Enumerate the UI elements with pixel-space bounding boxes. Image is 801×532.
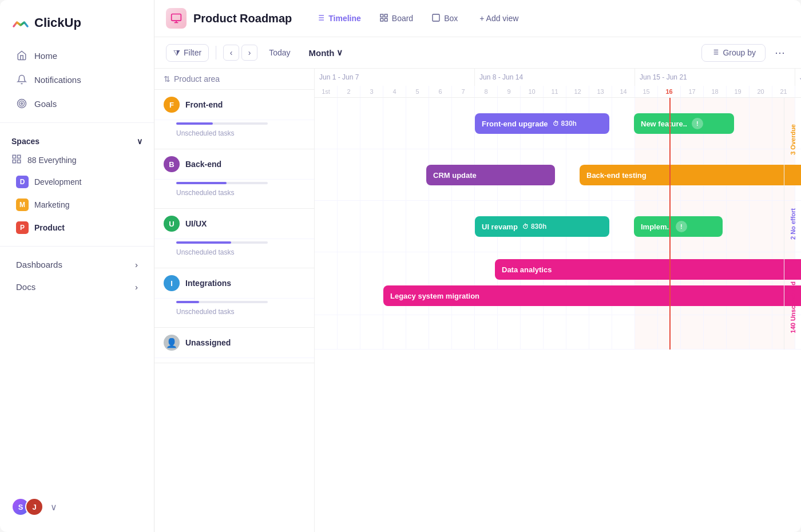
timeline-row-backend: CRM update Back-end testing bbox=[315, 149, 801, 201]
filterbar: ⧩ Filter ‹ › Today Month ∨ Group by ⋯ bbox=[154, 37, 801, 69]
product-label: Product bbox=[34, 223, 65, 232]
bar-label: Legacy system migration bbox=[390, 292, 479, 300]
filter-button[interactable]: ⧩ Filter bbox=[166, 44, 209, 62]
svg-point-1 bbox=[19, 101, 25, 106]
unscheduled-side-label: 140 Unscheduled bbox=[787, 275, 799, 340]
tab-box[interactable]: Box bbox=[423, 10, 466, 27]
bar-backend-testing[interactable]: Back-end testing bbox=[580, 165, 801, 185]
group-row-uiux[interactable]: U UI/UX bbox=[154, 209, 314, 239]
month-dropdown-icon: ∨ bbox=[336, 47, 343, 58]
home-icon bbox=[16, 50, 27, 61]
sidebar-item-marketing[interactable]: M Marketing bbox=[5, 194, 149, 216]
project-title: Product Roadmap bbox=[193, 12, 292, 25]
bar-new-feature[interactable]: New feature.. ! bbox=[634, 113, 734, 134]
bar-frontend-upgrade[interactable]: Front-end upgrade ⏱830h bbox=[475, 113, 609, 134]
clickup-logo-icon bbox=[11, 14, 30, 32]
day-2: 2 bbox=[338, 86, 360, 97]
sidebar-item-notifications[interactable]: Notifications bbox=[5, 68, 149, 91]
day-19: 19 bbox=[727, 86, 750, 97]
svg-rect-7 bbox=[172, 14, 181, 21]
unscheduled-label-integrations: Unscheduled tasks bbox=[176, 308, 314, 316]
group-row-backend[interactable]: B Back-end bbox=[154, 149, 314, 180]
bell-icon bbox=[16, 74, 27, 85]
bar-ui-revamp[interactable]: UI revamp ⏱830h bbox=[475, 216, 609, 237]
svg-rect-16 bbox=[380, 14, 383, 17]
avatar-stack: S J bbox=[11, 498, 43, 516]
day-4: 4 bbox=[383, 86, 406, 97]
day-13: 13 bbox=[589, 86, 612, 97]
column-header: ⇅ Product area bbox=[154, 69, 314, 90]
bar-hours: ⏱830h bbox=[553, 120, 577, 128]
bar-hours: ⏱830h bbox=[522, 223, 546, 231]
group-row-integrations[interactable]: I Integrations bbox=[154, 268, 314, 299]
today-button[interactable]: Today bbox=[262, 45, 297, 61]
day-12: 12 bbox=[566, 86, 589, 97]
svg-rect-20 bbox=[433, 14, 439, 21]
svg-rect-19 bbox=[384, 18, 387, 21]
timeline-header: Jun 1 - Jun 7 Jun 8 - Jun 14 Jun 15 - Ju… bbox=[315, 69, 801, 98]
group-name-unassigned: Unassigned bbox=[185, 338, 231, 347]
project-icon bbox=[166, 8, 187, 29]
sidebar-item-dashboards[interactable]: Dashboards › bbox=[5, 254, 149, 275]
unscheduled-label-uiux: Unscheduled tasks bbox=[176, 248, 314, 256]
group-name-frontend: Front-end bbox=[185, 100, 223, 109]
tab-board[interactable]: Board bbox=[371, 10, 421, 27]
day-21: 21 bbox=[772, 86, 795, 97]
unscheduled-label-backend: Unscheduled tasks bbox=[176, 189, 314, 197]
timeline-tab-label: Timeline bbox=[328, 14, 361, 23]
bar-implement[interactable]: Implem.. ! bbox=[634, 216, 723, 237]
progress-integrations bbox=[176, 301, 314, 303]
bar-alert-icon: ! bbox=[676, 221, 687, 232]
sidebar-divider-2 bbox=[0, 246, 154, 247]
avatar-unassigned: 👤 bbox=[164, 335, 180, 351]
sort-icon: ⇅ bbox=[164, 74, 170, 84]
column-header-label: Product area bbox=[174, 74, 220, 84]
overdue-label: 3 Overdue bbox=[787, 117, 799, 162]
bar-data-analytics[interactable]: Data analytics bbox=[495, 259, 801, 280]
home-label: Home bbox=[34, 51, 57, 61]
logo-text: ClickUp bbox=[34, 15, 81, 30]
group-integrations: I Integrations Unscheduled tasks bbox=[154, 268, 314, 328]
avatar-frontend: F bbox=[164, 97, 180, 113]
spaces-collapse-icon[interactable]: ∨ bbox=[137, 137, 142, 146]
add-view-button[interactable]: + Add view bbox=[473, 10, 525, 26]
docs-expand-icon: › bbox=[135, 282, 138, 292]
box-tab-icon bbox=[431, 13, 441, 24]
day-labels: 1st 2 3 4 5 6 7 8 9 10 11 12 13 14 15 bbox=[315, 86, 801, 97]
day-14: 14 bbox=[612, 86, 635, 97]
group-row-unassigned[interactable]: 👤 Unassigned bbox=[154, 328, 314, 358]
sidebar-divider-1 bbox=[0, 122, 154, 123]
no-effort-label: 2 No effort bbox=[787, 201, 799, 247]
week-labels: Jun 1 - Jun 7 Jun 8 - Jun 14 Jun 15 - Ju… bbox=[315, 69, 801, 86]
sidebar-item-home[interactable]: Home bbox=[5, 44, 149, 67]
day-9: 9 bbox=[498, 86, 521, 97]
progress-uiux bbox=[176, 241, 314, 244]
sidebar-item-docs[interactable]: Docs › bbox=[5, 276, 149, 297]
sidebar-item-goals[interactable]: Goals bbox=[5, 92, 149, 115]
tab-timeline[interactable]: Timeline bbox=[308, 10, 369, 27]
spaces-section-header: Spaces ∨ bbox=[0, 130, 154, 149]
more-options-button[interactable]: ⋯ bbox=[770, 43, 790, 62]
group-by-icon bbox=[711, 48, 719, 58]
sidebar-footer: S J ∨ bbox=[0, 491, 154, 523]
group-row-frontend[interactable]: F Front-end bbox=[154, 90, 314, 120]
bar-legacy-migration[interactable]: Legacy system migration ⏱830h bbox=[383, 285, 801, 306]
bar-crm-update[interactable]: CRM update bbox=[426, 165, 555, 185]
sidebar-item-product[interactable]: P Product bbox=[5, 217, 149, 239]
notifications-label: Notifications bbox=[34, 75, 81, 85]
logo-area: ClickUp bbox=[0, 9, 154, 43]
prev-btn[interactable]: ‹ bbox=[223, 45, 239, 61]
group-by-button[interactable]: Group by bbox=[701, 44, 766, 62]
month-button[interactable]: Month ∨ bbox=[302, 44, 350, 61]
filter-label: Filter bbox=[184, 48, 201, 57]
svg-rect-17 bbox=[384, 14, 387, 17]
user-dropdown-icon[interactable]: ∨ bbox=[50, 502, 57, 513]
next-btn[interactable]: › bbox=[241, 45, 257, 61]
sidebar-item-everything[interactable]: 88 Everything bbox=[0, 149, 154, 170]
sidebar-item-development[interactable]: D Development bbox=[5, 171, 149, 193]
bar-label: CRM update bbox=[433, 171, 477, 180]
day-20: 20 bbox=[750, 86, 772, 97]
timeline-grid: Jun 1 - Jun 7 Jun 8 - Jun 14 Jun 15 - Ju… bbox=[315, 69, 801, 532]
day-11: 11 bbox=[544, 86, 566, 97]
timeline-area: ⇅ Product area F Front-end Unscheduled t… bbox=[154, 69, 801, 532]
